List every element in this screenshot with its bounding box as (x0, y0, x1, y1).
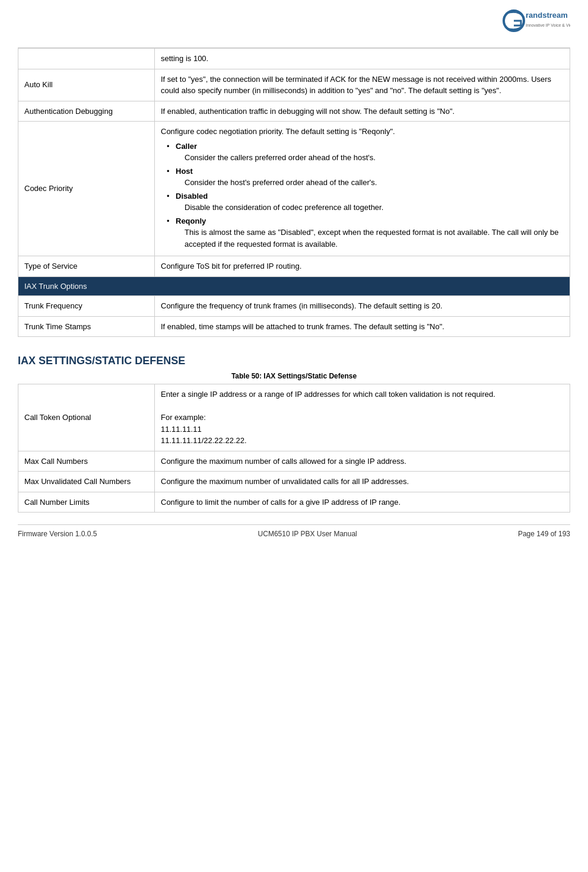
footer-left: Firmware Version 1.0.0.5 (18, 530, 97, 538)
table-row: Trunk Time Stamps If enabled, time stamp… (18, 316, 570, 337)
row-label: Call Number Limits (18, 492, 155, 513)
bullet-term: Caller (176, 142, 197, 151)
row-label: Type of Service (18, 256, 155, 277)
line-1: Enter a single IP address or a range of … (161, 390, 495, 399)
bullet-item: Reqonly This is almost the same as "Disa… (167, 215, 564, 250)
line-3: For example: (161, 413, 206, 422)
table-row: Auto Kill If set to "yes", the connectio… (18, 69, 570, 101)
codec-intro: Configure codec negotiation priority. Th… (161, 127, 395, 136)
table-row: Authentication Debugging If enabled, aut… (18, 101, 570, 122)
table-row-codec-priority: Codec Priority Configure codec negotiati… (18, 122, 570, 256)
table-row: Type of Service Configure ToS bit for pr… (18, 256, 570, 277)
bullet-desc: Consider the host's preferred order ahea… (185, 177, 564, 189)
iax-section: IAX SETTINGS/STATIC DEFENSE Table 50: IA… (18, 355, 570, 513)
row-label: Auto Kill (18, 69, 155, 101)
bullet-desc: Disable the consideration of codec prefe… (185, 202, 564, 214)
footer-center: UCM6510 IP PBX User Manual (258, 530, 357, 538)
bullet-item: Host Consider the host's preferred order… (167, 166, 564, 189)
table-row: Max Call Numbers Configure the maximum n… (18, 451, 570, 472)
row-content: Configure the maximum number of unvalida… (155, 472, 570, 492)
bullet-item: Disabled Disable the consideration of co… (167, 190, 564, 214)
logo-area: randstream Innovative IP Voice & Video (18, 6, 570, 48)
codec-bullets: Caller Consider the callers preferred or… (167, 141, 564, 250)
row-label: Call Token Optional (18, 384, 155, 451)
table-row: Call Number Limits Configure to limit th… (18, 492, 570, 513)
bullet-item: Caller Consider the callers preferred or… (167, 141, 564, 164)
bullet-desc: Consider the callers preferred order ahe… (185, 152, 564, 164)
bullet-term: Reqonly (176, 217, 206, 225)
row-content: Configure the frequency of trunk frames … (155, 296, 570, 317)
row-label (18, 49, 155, 69)
bullet-term: Disabled (176, 192, 208, 201)
table-row: Trunk Frequency Configure the frequency … (18, 296, 570, 317)
table-row: setting is 100. (18, 49, 570, 69)
row-label: Authentication Debugging (18, 101, 155, 122)
logo: randstream Innovative IP Voice & Video (493, 9, 570, 42)
row-content: If enabled, time stamps will be attached… (155, 316, 570, 337)
row-label: Max Unvalidated Call Numbers (18, 472, 155, 492)
row-label: Max Call Numbers (18, 451, 155, 472)
row-content: If set to "yes", the connection will be … (155, 69, 570, 101)
iax-heading: IAX SETTINGS/STATIC DEFENSE (18, 355, 570, 367)
table-row-call-token: Call Token Optional Enter a single IP ad… (18, 384, 570, 451)
line-5: 11.11.11.11/22.22.22.22. (161, 436, 247, 445)
bullet-desc: This is almost the same as "Disabled", e… (185, 227, 564, 250)
table-row: Max Unvalidated Call Numbers Configure t… (18, 472, 570, 492)
row-content: If enabled, authentication traffic in de… (155, 101, 570, 122)
row-label: Codec Priority (18, 122, 155, 256)
row-content-multiline: Enter a single IP address or a range of … (155, 384, 570, 451)
svg-text:Innovative IP Voice & Video: Innovative IP Voice & Video (526, 23, 570, 27)
static-defense-table: Call Token Optional Enter a single IP ad… (18, 384, 570, 513)
page-wrapper: randstream Innovative IP Voice & Video s… (0, 0, 588, 872)
row-content: Configure the maximum number of calls al… (155, 451, 570, 472)
footer: Firmware Version 1.0.0.5 UCM6510 IP PBX … (18, 524, 570, 538)
row-content: Configure to limit the number of calls f… (155, 492, 570, 513)
svg-text:randstream: randstream (526, 11, 568, 20)
table-caption: Table 50: IAX Settings/Static Defense (18, 372, 570, 380)
section-header-label: IAX Trunk Options (18, 276, 570, 296)
section-header-row: IAX Trunk Options (18, 276, 570, 296)
row-content: setting is 100. (155, 49, 570, 69)
main-table: setting is 100. Auto Kill If set to "yes… (18, 48, 570, 337)
line-4: 11.11.11.11 (161, 425, 202, 434)
row-label: Trunk Frequency (18, 296, 155, 317)
row-content-codec: Configure codec negotiation priority. Th… (155, 122, 570, 256)
footer-right: Page 149 of 193 (518, 530, 570, 538)
row-content: Configure ToS bit for preferred IP routi… (155, 256, 570, 277)
row-label: Trunk Time Stamps (18, 316, 155, 337)
bullet-term: Host (176, 167, 193, 176)
